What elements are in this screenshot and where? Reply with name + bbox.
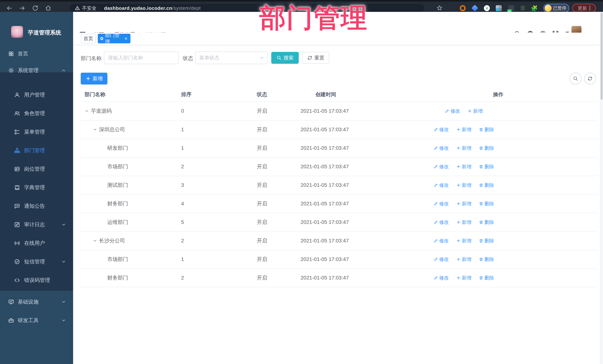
delete-link[interactable]: 删除 — [479, 238, 494, 244]
plus-icon — [456, 164, 461, 169]
select-chevron-icon[interactable] — [259, 55, 264, 60]
dept-sort: 3 — [178, 182, 246, 188]
sidebar-item-roles[interactable]: 角色管理 — [0, 104, 73, 123]
trash-icon — [479, 127, 483, 132]
close-icon[interactable] — [124, 36, 128, 41]
edit-link[interactable]: 修改 — [434, 126, 449, 133]
edit-link[interactable]: 修改 — [434, 182, 449, 188]
profile-avatar — [545, 5, 552, 12]
table-row: 深圳总公司 1 开启 2021-01-05 17:03:47 修改 新增 删除 — [80, 121, 597, 139]
toggle-search-button[interactable] — [570, 73, 581, 85]
pencil-icon — [434, 276, 438, 280]
edit-link[interactable]: 修改 — [434, 275, 449, 281]
sidebar-item-audit-log[interactable]: 审计日志 — [0, 215, 73, 234]
add-child-link[interactable]: 新增 — [456, 126, 471, 133]
search-button[interactable]: 搜索 — [271, 52, 299, 64]
add-child-link[interactable]: 新增 — [456, 275, 471, 281]
edit-link[interactable]: 修改 — [445, 108, 460, 114]
browser-forward-icon[interactable] — [19, 5, 26, 11]
url-text: dashboard.yudao.iocoder.cn/system/dept — [104, 5, 201, 11]
dept-sort: 1 — [178, 256, 246, 262]
plus-icon — [86, 76, 91, 81]
delete-link[interactable]: 删除 — [479, 256, 494, 263]
dept-created: 2021-01-05 17:03:47 — [297, 238, 408, 244]
extension-gem-icon[interactable] — [471, 5, 478, 12]
add-child-link[interactable]: 新增 — [456, 145, 471, 151]
dept-sort: 2 — [178, 164, 246, 170]
sidebar-item-departments[interactable]: 部门管理 — [0, 141, 73, 160]
browser-home-icon[interactable] — [45, 5, 52, 11]
browser-menu-dots-icon[interactable] — [589, 6, 590, 11]
delete-link[interactable]: 删除 — [479, 126, 494, 133]
extension-tampermonkey-icon[interactable]: on — [508, 5, 514, 11]
extension-squares-icon[interactable] — [496, 5, 502, 11]
dept-name: 运维部门 — [107, 219, 128, 226]
sidebar-item-infrastructure[interactable]: 基础设施 — [0, 293, 73, 311]
sidebar-item-announcements[interactable]: 通知公告 — [0, 197, 73, 215]
overlay-page-title: 部门管理 — [259, 0, 378, 36]
trash-icon — [479, 183, 483, 187]
bookmark-star-icon[interactable] — [436, 5, 443, 11]
extension-ublock-icon[interactable] — [460, 5, 466, 11]
speech-bubble-icon — [14, 203, 20, 209]
add-child-link[interactable]: 新增 — [456, 219, 471, 226]
dept-status: 开启 — [246, 274, 297, 281]
delete-link[interactable]: 删除 — [479, 164, 494, 170]
department-name-input[interactable] — [104, 52, 178, 64]
site-security-chip[interactable]: 不安全 — [70, 6, 100, 11]
sidebar-item-positions[interactable]: 岗位管理 — [0, 160, 73, 178]
add-child-link[interactable]: 新增 — [456, 256, 471, 263]
tag-department-active[interactable]: 部门管理 — [98, 34, 130, 43]
edit-link[interactable]: 修改 — [434, 164, 449, 170]
app-title: 芋道管理系统 — [28, 29, 61, 36]
table-row: 研发部门 1 开启 2021-01-05 17:03:47 修改 新增 删除 — [80, 139, 597, 157]
expand-caret-icon[interactable] — [85, 109, 91, 113]
browser-back-icon[interactable] — [6, 5, 13, 11]
delete-link[interactable]: 删除 — [479, 275, 494, 281]
sidebar-item-menus[interactable]: 菜单管理 — [0, 123, 73, 141]
security-label: 不安全 — [82, 5, 96, 11]
sidebar-item-home[interactable]: 首页 — [0, 44, 73, 63]
browser-profile-chip[interactable]: 已暂停 — [543, 4, 569, 13]
edit-link[interactable]: 修改 — [434, 145, 449, 151]
sidebar-item-error-codes[interactable]: 错误码管理 — [0, 271, 73, 289]
browser-update-button[interactable]: 更新 — [572, 4, 596, 13]
scrollbar-thumb[interactable] — [601, 13, 603, 100]
edit-link[interactable]: 修改 — [434, 238, 449, 244]
extension-v-icon[interactable]: v — [484, 5, 490, 11]
edit-link[interactable]: 修改 — [434, 200, 449, 207]
reset-button[interactable]: 重置 — [302, 52, 329, 64]
sidebar-item-system[interactable]: 系统管理 — [0, 61, 73, 80]
pencil-icon — [445, 109, 449, 113]
sidebar-item-users[interactable]: 用户管理 — [0, 86, 73, 104]
add-child-link[interactable]: 新增 — [456, 182, 471, 188]
sidebar-item-dictionary[interactable]: 字典管理 — [0, 178, 73, 197]
plus-icon — [456, 201, 461, 206]
add-child-link[interactable]: 新增 — [456, 238, 471, 244]
delete-link[interactable]: 删除 — [479, 145, 494, 151]
add-child-link[interactable]: 新增 — [456, 200, 471, 207]
expand-caret-icon[interactable] — [93, 127, 99, 132]
table-row: 市场部门 1 开启 2021-01-05 17:03:47 修改 新增 删除 — [80, 250, 597, 269]
extension-puzzle-icon[interactable]: 🧩 — [531, 5, 537, 11]
status-select[interactable] — [195, 52, 267, 64]
add-button[interactable]: 新增 — [81, 73, 107, 85]
delete-link[interactable]: 删除 — [479, 200, 494, 207]
add-child-link[interactable]: 新增 — [468, 108, 483, 114]
tag-home[interactable]: 首页 — [81, 34, 95, 43]
edit-link[interactable]: 修改 — [434, 256, 449, 263]
extension-key-icon[interactable]: ⚿ — [520, 5, 526, 11]
edit-link[interactable]: 修改 — [434, 219, 449, 226]
refresh-table-button[interactable] — [584, 73, 596, 85]
delete-link[interactable]: 删除 — [479, 219, 494, 226]
browser-reload-icon[interactable] — [32, 5, 39, 11]
delete-link[interactable]: 删除 — [479, 182, 494, 188]
sidebar-item-dev-tools[interactable]: 研发工具 — [0, 311, 73, 330]
vertical-scrollbar[interactable] — [600, 12, 603, 364]
dept-name: 市场部门 — [107, 163, 128, 170]
add-child-link[interactable]: 新增 — [456, 164, 471, 170]
expand-caret-icon[interactable] — [93, 239, 99, 243]
sidebar-item-sms[interactable]: 短信管理 — [0, 253, 73, 271]
sidebar-item-online-users[interactable]: 在线用户 — [0, 234, 73, 253]
table-row: 长沙分公司 2 开启 2021-01-05 17:03:47 修改 新增 删除 — [80, 232, 597, 250]
